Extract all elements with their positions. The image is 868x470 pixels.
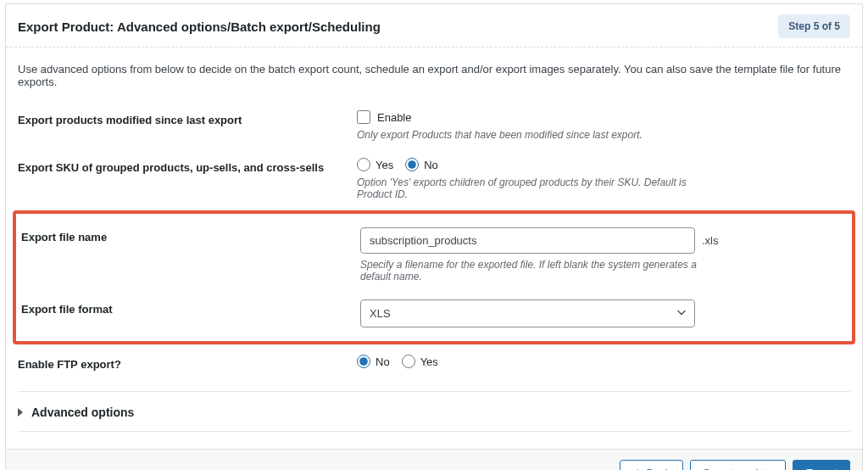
sku-yes-label: Yes (376, 159, 393, 171)
intro-text: Use advanced options from below to decid… (6, 48, 862, 97)
row-file-format: Export file format XLS (21, 291, 847, 336)
advanced-options-title: Advanced options (31, 406, 134, 419)
ftp-no-label: No (376, 355, 390, 368)
sku-no-label: No (424, 159, 438, 171)
hint-modified-since: Only export Products that have been modi… (357, 129, 713, 141)
export-button[interactable]: Export (793, 460, 850, 470)
back-button[interactable]: Back (620, 460, 683, 470)
sku-radio-yes[interactable] (357, 158, 370, 171)
panel-header: Export Product: Advanced options/Batch e… (6, 4, 862, 48)
back-button-label: Back (646, 467, 670, 470)
enable-checkbox-wrapper[interactable]: Enable (357, 110, 850, 124)
label-ftp: Enable FTP export? (18, 355, 357, 371)
advanced-options-accordion[interactable]: Advanced options (18, 391, 850, 432)
row-sku-grouped: Export SKU of grouped products, up-sells… (18, 149, 850, 209)
hint-file-name: Specify a filename for the exported file… (360, 259, 716, 283)
label-modified-since: Export products modified since last expo… (18, 110, 357, 126)
row-ftp: Enable FTP export? No Yes (18, 346, 850, 379)
ftp-radio-no[interactable] (357, 355, 370, 368)
enable-checkbox-label: Enable (377, 111, 411, 124)
row-modified-since: Export products modified since last expo… (18, 102, 850, 149)
row-file-name: Export file name .xls Specify a filename… (21, 219, 847, 291)
enable-checkbox[interactable] (357, 110, 370, 124)
sku-radio-yes-wrapper[interactable]: Yes (357, 158, 393, 171)
sku-radio-no[interactable] (405, 158, 419, 171)
export-button-label: Export (805, 467, 837, 470)
export-panel: Export Product: Advanced options/Batch e… (5, 3, 863, 470)
label-sku-grouped: Export SKU of grouped products, up-sells… (18, 158, 357, 174)
ftp-yes-label: Yes (420, 355, 438, 368)
file-extension: .xls (702, 234, 719, 247)
footer-bar: Back Save template Export (6, 449, 862, 470)
sku-radio-no-wrapper[interactable]: No (405, 158, 438, 171)
file-format-select[interactable]: XLS (360, 299, 695, 327)
ftp-radio-no-wrapper[interactable]: No (357, 355, 390, 368)
save-template-button[interactable]: Save template (690, 460, 786, 470)
ftp-radio-yes-wrapper[interactable]: Yes (402, 355, 438, 368)
step-badge: Step 5 of 5 (778, 14, 850, 38)
hint-sku-grouped: Option 'Yes' exports children of grouped… (357, 176, 713, 200)
caret-right-icon (18, 408, 23, 417)
ftp-radio-yes[interactable] (402, 355, 415, 368)
file-name-input[interactable] (360, 227, 695, 254)
save-template-label: Save template (703, 467, 773, 470)
page-title: Export Product: Advanced options/Batch e… (18, 20, 381, 34)
highlight-box: Export file name .xls Specify a filename… (13, 210, 855, 344)
label-file-format: Export file format (21, 299, 360, 316)
label-file-name: Export file name (21, 227, 360, 243)
form-body: Export products modified since last expo… (6, 97, 862, 379)
